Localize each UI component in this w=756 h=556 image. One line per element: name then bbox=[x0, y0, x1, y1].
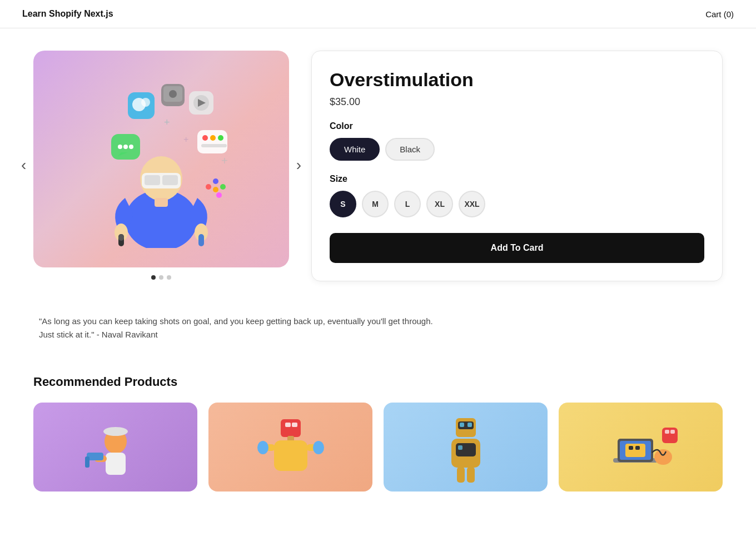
svg-rect-30 bbox=[145, 175, 160, 185]
carousel-dot-3[interactable] bbox=[167, 275, 171, 280]
svg-rect-67 bbox=[635, 446, 640, 450]
svg-rect-43 bbox=[85, 456, 89, 468]
svg-rect-60 bbox=[457, 467, 465, 483]
svg-point-52 bbox=[313, 441, 324, 454]
svg-point-15 bbox=[202, 135, 208, 141]
svg-rect-58 bbox=[456, 443, 476, 456]
svg-point-17 bbox=[218, 135, 223, 141]
svg-point-10 bbox=[118, 145, 122, 149]
svg-rect-70 bbox=[665, 430, 669, 434]
rec-card-1[interactable] bbox=[33, 403, 197, 492]
svg-rect-32 bbox=[155, 198, 168, 207]
size-l-button[interactable]: L bbox=[394, 191, 421, 217]
svg-point-11 bbox=[123, 145, 128, 149]
color-label: Color bbox=[330, 121, 704, 131]
color-options: White Black bbox=[330, 138, 704, 161]
recommended-grid bbox=[33, 403, 723, 492]
color-black-button[interactable]: Black bbox=[385, 138, 435, 161]
svg-text:+: + bbox=[164, 117, 170, 128]
header: Learn Shopify Next.js Cart (0) bbox=[0, 0, 756, 28]
add-to-cart-button[interactable]: Add To Card bbox=[330, 233, 704, 263]
svg-text:+: + bbox=[183, 135, 188, 144]
quote-section: "As long as you can keep taking shots on… bbox=[33, 315, 434, 341]
product-price: $35.00 bbox=[330, 96, 704, 108]
svg-rect-65 bbox=[625, 444, 645, 457]
carousel-dot-1[interactable] bbox=[151, 275, 156, 280]
size-xl-button[interactable]: XL bbox=[426, 191, 453, 217]
svg-rect-40 bbox=[106, 453, 126, 475]
svg-point-12 bbox=[129, 145, 133, 149]
svg-point-37 bbox=[216, 192, 222, 198]
recommended-title: Recommended Products bbox=[33, 375, 723, 389]
rec-illustration-1 bbox=[82, 408, 149, 486]
svg-rect-44 bbox=[281, 419, 301, 437]
rec-card-4[interactable] bbox=[559, 403, 723, 492]
main-content: ‹ bbox=[0, 28, 756, 514]
svg-point-35 bbox=[220, 184, 226, 190]
size-m-button[interactable]: M bbox=[362, 191, 389, 217]
product-info-panel: Overstimulation $35.00 Color White Black… bbox=[311, 51, 723, 281]
size-options: S M L XL XXL bbox=[330, 191, 704, 217]
rec-card-3[interactable] bbox=[384, 403, 548, 492]
product-section: ‹ bbox=[33, 51, 723, 281]
svg-point-39 bbox=[103, 427, 128, 436]
quote-text: "As long as you can keep taking shots on… bbox=[39, 315, 434, 341]
cart-link[interactable]: Cart (0) bbox=[705, 9, 734, 19]
product-name: Overstimulation bbox=[330, 69, 704, 91]
svg-point-33 bbox=[206, 184, 211, 190]
svg-rect-27 bbox=[198, 234, 204, 246]
svg-rect-31 bbox=[162, 175, 178, 185]
svg-text:+: + bbox=[221, 155, 228, 167]
color-white-button[interactable]: White bbox=[330, 138, 380, 161]
size-s-button[interactable]: S bbox=[330, 191, 356, 217]
svg-point-50 bbox=[257, 441, 268, 454]
svg-rect-66 bbox=[629, 446, 633, 450]
svg-rect-55 bbox=[460, 423, 464, 427]
svg-rect-61 bbox=[467, 467, 475, 483]
rec-illustration-2 bbox=[257, 408, 324, 486]
recommended-section: Recommended Products bbox=[33, 375, 723, 492]
svg-rect-46 bbox=[292, 423, 297, 427]
site-title: Learn Shopify Next.js bbox=[22, 9, 113, 19]
svg-rect-48 bbox=[274, 440, 307, 471]
svg-point-36 bbox=[213, 178, 218, 184]
carousel-prev-button[interactable]: ‹ bbox=[17, 152, 31, 178]
svg-rect-45 bbox=[285, 423, 291, 427]
carousel-next-button[interactable]: › bbox=[292, 152, 306, 178]
svg-point-2 bbox=[141, 98, 150, 107]
svg-point-68 bbox=[654, 449, 672, 465]
size-label: Size bbox=[330, 174, 704, 184]
svg-rect-14 bbox=[197, 130, 227, 153]
product-image: + + + bbox=[33, 51, 289, 267]
product-carousel: ‹ bbox=[33, 51, 289, 280]
rec-illustration-3 bbox=[432, 408, 499, 486]
rec-illustration-4 bbox=[602, 408, 680, 486]
svg-point-5 bbox=[169, 90, 177, 98]
svg-point-16 bbox=[210, 135, 216, 141]
svg-rect-18 bbox=[201, 144, 227, 147]
carousel-dots bbox=[33, 275, 289, 280]
svg-rect-59 bbox=[458, 445, 462, 450]
rec-card-2[interactable] bbox=[208, 403, 372, 492]
size-xxl-button[interactable]: XXL bbox=[459, 191, 485, 217]
carousel-dot-2[interactable] bbox=[159, 275, 163, 280]
svg-point-34 bbox=[213, 187, 218, 192]
svg-rect-25 bbox=[118, 234, 124, 241]
svg-rect-71 bbox=[670, 430, 675, 434]
product-illustration: + + + bbox=[78, 70, 245, 248]
svg-rect-69 bbox=[662, 428, 678, 443]
svg-rect-56 bbox=[467, 423, 472, 427]
